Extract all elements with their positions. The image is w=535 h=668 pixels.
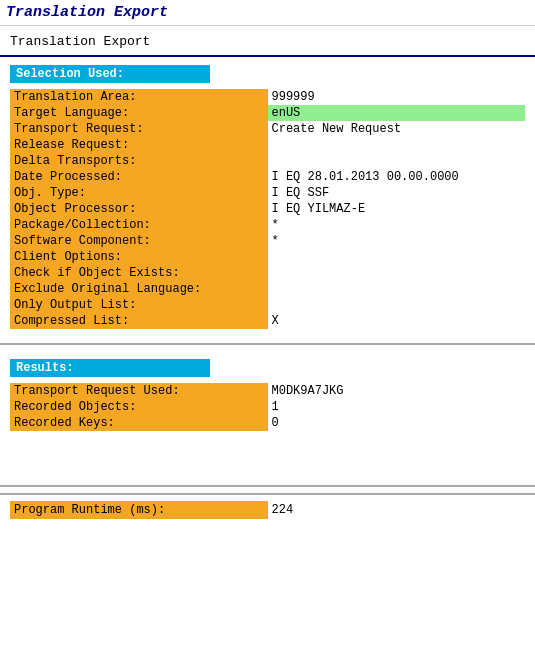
app-title: Translation Export bbox=[6, 4, 168, 21]
footer-row: Program Runtime (ms): 224 bbox=[10, 501, 525, 519]
selection-field-value: * bbox=[268, 233, 526, 249]
selection-field-value bbox=[268, 265, 526, 281]
selection-row: Client Options: bbox=[10, 249, 525, 265]
selection-field-value bbox=[268, 249, 526, 265]
selection-field-label: Delta Transports: bbox=[10, 153, 268, 169]
selection-field-value bbox=[268, 137, 526, 153]
selection-field-value: I EQ YILMAZ-E bbox=[268, 201, 526, 217]
selection-row: Release Request: bbox=[10, 137, 525, 153]
selection-field-label: Package/Collection: bbox=[10, 217, 268, 233]
selection-row: Exclude Original Language: bbox=[10, 281, 525, 297]
footer-value: 224 bbox=[268, 501, 526, 519]
selection-field-value: Create New Request bbox=[268, 121, 526, 137]
selection-field-label: Object Processor: bbox=[10, 201, 268, 217]
results-field-value: 1 bbox=[268, 399, 526, 415]
divider-1 bbox=[0, 343, 535, 345]
selection-field-label: Transport Request: bbox=[10, 121, 268, 137]
selection-row: Software Component:* bbox=[10, 233, 525, 249]
selection-field-label: Check if Object Exists: bbox=[10, 265, 268, 281]
selection-field-label: Target Language: bbox=[10, 105, 268, 121]
selection-field-value: X bbox=[268, 313, 526, 329]
selection-row: Only Output List: bbox=[10, 297, 525, 313]
selection-row: Compressed List:X bbox=[10, 313, 525, 329]
results-fields-table: Transport Request Used:M0DK9A7JKGRecorde… bbox=[10, 383, 525, 431]
selection-row: Package/Collection:* bbox=[10, 217, 525, 233]
results-row: Recorded Objects:1 bbox=[10, 399, 525, 415]
results-row: Transport Request Used:M0DK9A7JKG bbox=[10, 383, 525, 399]
selection-field-label: Client Options: bbox=[10, 249, 268, 265]
page-header-text: Translation Export bbox=[10, 34, 150, 49]
selection-field-label: Exclude Original Language: bbox=[10, 281, 268, 297]
selection-section: Selection Used: Translation Area:999999T… bbox=[0, 57, 535, 337]
footer-section: Program Runtime (ms): 224 bbox=[0, 493, 535, 525]
selection-row: Check if Object Exists: bbox=[10, 265, 525, 281]
selection-field-label: Obj. Type: bbox=[10, 185, 268, 201]
selection-field-label: Translation Area: bbox=[10, 89, 268, 105]
selection-row: Object Processor:I EQ YILMAZ-E bbox=[10, 201, 525, 217]
selection-row: Delta Transports: bbox=[10, 153, 525, 169]
results-field-value: M0DK9A7JKG bbox=[268, 383, 526, 399]
selection-header: Selection Used: bbox=[10, 65, 210, 83]
page-header: Translation Export bbox=[0, 26, 535, 57]
selection-row: Date Processed:I EQ 28.01.2013 00.00.000… bbox=[10, 169, 525, 185]
title-bar: Translation Export bbox=[0, 0, 535, 26]
selection-field-value: enUS bbox=[268, 105, 526, 121]
selection-field-value bbox=[268, 281, 526, 297]
selection-field-label: Compressed List: bbox=[10, 313, 268, 329]
selection-field-value: I EQ 28.01.2013 00.00.0000 bbox=[268, 169, 526, 185]
results-section: Results: Transport Request Used:M0DK9A7J… bbox=[0, 351, 535, 439]
footer-table: Program Runtime (ms): 224 bbox=[10, 501, 525, 519]
results-field-label: Transport Request Used: bbox=[10, 383, 268, 399]
selection-row: Transport Request:Create New Request bbox=[10, 121, 525, 137]
selection-row: Obj. Type:I EQ SSF bbox=[10, 185, 525, 201]
selection-field-value bbox=[268, 297, 526, 313]
selection-field-value: * bbox=[268, 217, 526, 233]
results-row: Recorded Keys:0 bbox=[10, 415, 525, 431]
footer-label: Program Runtime (ms): bbox=[10, 501, 268, 519]
divider-2 bbox=[0, 485, 535, 487]
selection-field-label: Date Processed: bbox=[10, 169, 268, 185]
selection-field-value: 999999 bbox=[268, 89, 526, 105]
results-field-value: 0 bbox=[268, 415, 526, 431]
results-field-label: Recorded Objects: bbox=[10, 399, 268, 415]
results-field-label: Recorded Keys: bbox=[10, 415, 268, 431]
selection-field-value bbox=[268, 153, 526, 169]
selection-field-label: Only Output List: bbox=[10, 297, 268, 313]
selection-field-value: I EQ SSF bbox=[268, 185, 526, 201]
results-header: Results: bbox=[10, 359, 210, 377]
selection-row: Target Language:enUS bbox=[10, 105, 525, 121]
selection-field-label: Release Request: bbox=[10, 137, 268, 153]
selection-row: Translation Area:999999 bbox=[10, 89, 525, 105]
spacer bbox=[0, 439, 535, 479]
selection-fields-table: Translation Area:999999Target Language:e… bbox=[10, 89, 525, 329]
selection-field-label: Software Component: bbox=[10, 233, 268, 249]
